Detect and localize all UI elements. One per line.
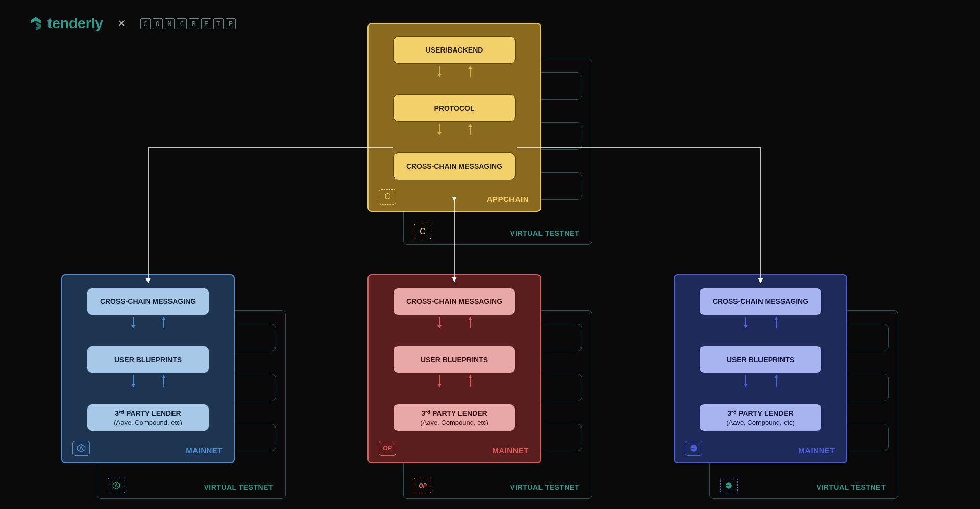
chain-chip-arbitrum — [72, 441, 90, 456]
appchain-testnet-chip: C — [414, 224, 431, 239]
appchain-box-user-backend: USER/BACKEND — [393, 36, 516, 64]
chain-box-blueprints: USER BLUEPRINTS — [393, 346, 516, 373]
concrete-letter: R — [189, 18, 199, 29]
appchain-testnet-label: VIRTUAL TESTNET — [510, 229, 579, 237]
chain-box-cross-chain: CROSS-CHAIN MESSAGING — [699, 288, 822, 315]
chain-box-cross-chain: CROSS-CHAIN MESSAGING — [87, 288, 209, 315]
chain-testnet-chip: OP — [414, 478, 431, 493]
concrete-letter: O — [153, 18, 163, 29]
chain-card-indigo: CROSS-CHAIN MESSAGING USER BLUEPRINTS 3ʳ… — [674, 274, 847, 463]
chain-box-lender: 3ʳᵈ PARTY LENDER (Aave, Compound, etc) — [87, 404, 209, 431]
header: tenderly ✕ CONCRETE — [28, 15, 236, 32]
chain-box-lender: 3ʳᵈ PARTY LENDER (Aave, Compound, etc) — [699, 404, 822, 431]
appchain-box-cross-chain: CROSS-CHAIN MESSAGING — [393, 152, 516, 180]
chain-testnet-chip — [108, 478, 125, 493]
chain-label: MAINNET — [186, 446, 223, 455]
chain-chip-base — [685, 441, 702, 456]
chain-card-red: CROSS-CHAIN MESSAGING USER BLUEPRINTS 3ʳ… — [368, 274, 541, 463]
chain-chip-optimism: OP — [379, 441, 396, 456]
x-separator: ✕ — [117, 17, 126, 30]
appchain-chip: C — [379, 189, 396, 205]
concrete-letter: E — [201, 18, 211, 29]
chain-label: MAINNET — [798, 446, 835, 455]
base-icon — [690, 444, 698, 452]
concrete-letter: C — [140, 18, 151, 29]
concrete-logo: CONCRETE — [140, 18, 236, 29]
chain-testnet-label: VIRTUAL TESTNET — [510, 483, 579, 491]
appchain-box-protocol: PROTOCOL — [393, 94, 516, 122]
appchain-card: USER/BACKEND PROTOCOL CROSS-CHAIN MESSAG… — [368, 23, 541, 212]
chain-box-blueprints: USER BLUEPRINTS — [699, 346, 822, 373]
chain-box-lender: 3ʳᵈ PARTY LENDER (Aave, Compound, etc) — [393, 404, 516, 431]
tenderly-icon — [28, 16, 43, 31]
concrete-letter: C — [177, 18, 187, 29]
tenderly-text: tenderly — [47, 15, 103, 32]
chain-testnet-label: VIRTUAL TESTNET — [204, 483, 273, 491]
concrete-letter: E — [226, 18, 236, 29]
chain-label: MAINNET — [492, 446, 529, 455]
chain-card-blue: CROSS-CHAIN MESSAGING USER BLUEPRINTS 3ʳ… — [61, 274, 235, 463]
svg-rect-3 — [726, 485, 729, 486]
chain-testnet-chip — [720, 478, 738, 493]
chain-testnet-label: VIRTUAL TESTNET — [816, 483, 886, 491]
arbitrum-icon — [77, 444, 86, 453]
concrete-letter: N — [165, 18, 175, 29]
arbitrum-icon — [112, 481, 120, 490]
svg-rect-5 — [690, 448, 694, 449]
appchain-label: APPCHAIN — [487, 195, 529, 203]
base-icon — [725, 482, 732, 489]
tenderly-logo: tenderly — [28, 15, 103, 32]
chain-box-blueprints: USER BLUEPRINTS — [87, 346, 209, 373]
chain-box-cross-chain: CROSS-CHAIN MESSAGING — [393, 288, 516, 315]
concrete-letter: T — [213, 18, 224, 29]
